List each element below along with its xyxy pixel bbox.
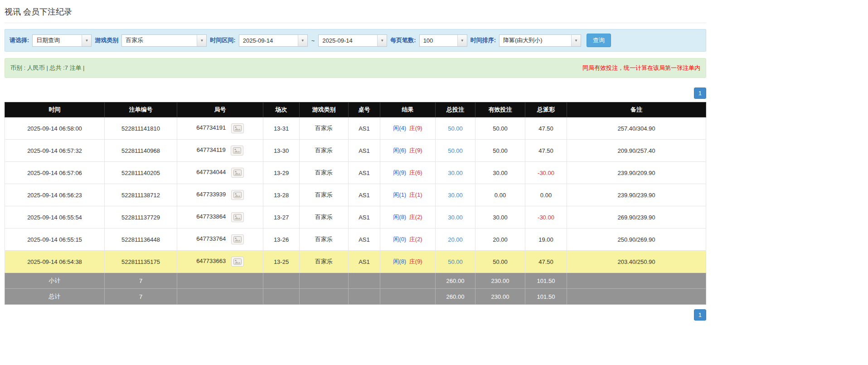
result-banker: 庄(9) bbox=[409, 147, 422, 154]
cell-total-bet[interactable]: 30.00 bbox=[436, 184, 475, 206]
total-valid-bet: 230.00 bbox=[475, 289, 525, 305]
total-remark bbox=[567, 289, 706, 305]
cell-game-type: 百家乐 bbox=[300, 229, 349, 251]
chevron-down-icon[interactable]: ▼ bbox=[197, 35, 206, 46]
sort-order-dropdown[interactable]: 降冪(由大到小) ▼ bbox=[499, 34, 581, 47]
chevron-down-icon[interactable]: ▼ bbox=[377, 35, 387, 46]
round-number: 647733663 bbox=[196, 258, 226, 264]
date-from-dropdown[interactable]: 2025-09-14 ▼ bbox=[239, 34, 308, 47]
page-title: 视讯 会员下注纪录 bbox=[5, 7, 72, 16]
round-replay-icon[interactable] bbox=[231, 212, 244, 222]
total-total-bet: 260.00 bbox=[436, 289, 475, 305]
cell-game-type: 百家乐 bbox=[300, 251, 349, 273]
pagination-bottom: 1 bbox=[5, 309, 706, 321]
round-replay-icon[interactable] bbox=[231, 168, 244, 178]
time-range-label: 时间区间: bbox=[210, 36, 235, 44]
cell-time: 2025-09-14 06:56:23 bbox=[5, 184, 105, 206]
cell-remark: 203.40/250.90 bbox=[567, 251, 706, 273]
page-button-1[interactable]: 1 bbox=[694, 309, 706, 321]
header-time: 时间 bbox=[5, 102, 105, 117]
cell-total-bet[interactable]: 30.00 bbox=[436, 162, 475, 184]
page-size-dropdown[interactable]: 100 ▼ bbox=[419, 34, 467, 47]
cell-result: 闲(9) 庄(6) bbox=[380, 162, 436, 184]
cell-session: 13-30 bbox=[263, 140, 300, 162]
cell-table-no: AS1 bbox=[349, 117, 380, 140]
cell-total-bet[interactable]: 50.00 bbox=[436, 140, 475, 162]
cell-total-bet[interactable]: 50.00 bbox=[436, 251, 475, 273]
cell-game-type: 百家乐 bbox=[300, 206, 349, 229]
game-type-dropdown[interactable]: 百家乐 ▼ bbox=[121, 34, 207, 47]
table-row: 2025-09-14 06:58:00 522811141810 6477341… bbox=[5, 117, 706, 140]
table-row: 2025-09-14 06:57:06 522811140205 6477340… bbox=[5, 162, 706, 184]
result-player: 闲(1) bbox=[393, 191, 406, 198]
cell-table-no: AS1 bbox=[349, 184, 380, 206]
cell-remark: 239.90/209.90 bbox=[567, 162, 706, 184]
page-header: 视讯 会员下注纪录 bbox=[5, 0, 706, 23]
cell-bet-id: 522811135175 bbox=[105, 251, 177, 273]
total-payout: 101.50 bbox=[525, 289, 567, 305]
page-button-1[interactable]: 1 bbox=[694, 88, 706, 99]
pagination-top: 1 bbox=[5, 88, 706, 99]
sort-order-label: 时间排序: bbox=[470, 36, 496, 44]
cell-round: 647733764 bbox=[177, 229, 263, 251]
query-button[interactable]: 查询 bbox=[587, 34, 611, 47]
cell-game-type: 百家乐 bbox=[300, 184, 349, 206]
result-banker: 庄(1) bbox=[409, 191, 422, 198]
chevron-down-icon[interactable]: ▼ bbox=[457, 35, 467, 46]
currency-total-info: 币别 : 人民币 | 总共 :7 注单 | bbox=[10, 64, 85, 72]
cell-time: 2025-09-14 06:58:00 bbox=[5, 117, 105, 140]
result-banker: 庄(2) bbox=[409, 214, 422, 220]
cell-table-no: AS1 bbox=[349, 251, 380, 273]
betting-records-table: 时间 注单编号 局号 场次 游戏类别 桌号 结果 总投注 有效投注 总派彩 备注… bbox=[5, 102, 706, 305]
cell-bet-id: 522811140205 bbox=[105, 162, 177, 184]
cell-time: 2025-09-14 06:54:38 bbox=[5, 251, 105, 273]
date-to-dropdown[interactable]: 2025-09-14 ▼ bbox=[318, 34, 387, 47]
round-replay-icon[interactable] bbox=[231, 234, 244, 244]
cell-result: 闲(1) 庄(1) bbox=[380, 184, 436, 206]
chevron-down-icon[interactable]: ▼ bbox=[82, 35, 91, 46]
chevron-down-icon[interactable]: ▼ bbox=[298, 35, 307, 46]
total-empty-cell bbox=[300, 289, 349, 305]
header-table-no: 桌号 bbox=[349, 102, 380, 117]
cell-table-no: AS1 bbox=[349, 229, 380, 251]
round-replay-icon[interactable] bbox=[231, 257, 244, 267]
table-body: 2025-09-14 06:58:00 522811141810 6477341… bbox=[5, 117, 706, 273]
chevron-down-icon[interactable]: ▼ bbox=[571, 35, 581, 46]
table-row: 2025-09-14 06:56:23 522811138712 6477339… bbox=[5, 184, 706, 206]
cell-valid-bet: 20.00 bbox=[475, 229, 525, 251]
cell-session: 13-29 bbox=[263, 162, 300, 184]
subtotal-row: 小计 7 260.00 230.00 101.50 bbox=[5, 273, 706, 289]
cell-round: 647734119 bbox=[177, 140, 263, 162]
result-banker: 庄(2) bbox=[409, 236, 422, 243]
table-row: 2025-09-14 06:54:38 522811135175 6477336… bbox=[5, 251, 706, 273]
date-from-value: 2025-09-14 bbox=[239, 35, 298, 46]
cell-total-bet[interactable]: 20.00 bbox=[436, 229, 475, 251]
round-replay-icon[interactable] bbox=[231, 190, 244, 200]
table-row: 2025-09-14 06:57:32 522811140968 6477341… bbox=[5, 140, 706, 162]
cell-total-bet[interactable]: 50.00 bbox=[436, 117, 475, 140]
cell-session: 13-26 bbox=[263, 229, 300, 251]
result-player: 闲(6) bbox=[393, 147, 406, 154]
round-replay-icon[interactable] bbox=[231, 123, 244, 133]
header-payout: 总派彩 bbox=[525, 102, 567, 117]
select-type-value: 日期查询 bbox=[33, 35, 82, 46]
cell-total-bet[interactable]: 30.00 bbox=[436, 206, 475, 229]
cell-session: 13-27 bbox=[263, 206, 300, 229]
header-game-type: 游戏类别 bbox=[300, 102, 349, 117]
result-player: 闲(8) bbox=[393, 258, 406, 265]
cell-game-type: 百家乐 bbox=[300, 162, 349, 184]
result-player: 闲(9) bbox=[393, 169, 406, 176]
result-banker: 庄(6) bbox=[409, 169, 422, 176]
result-banker: 庄(9) bbox=[409, 258, 422, 265]
select-type-dropdown[interactable]: 日期查询 ▼ bbox=[32, 34, 92, 47]
subtotal-empty-cell bbox=[349, 273, 380, 289]
cell-table-no: AS1 bbox=[349, 206, 380, 229]
cell-round: 647734191 bbox=[177, 117, 263, 140]
total-empty-cell bbox=[177, 289, 263, 305]
header-result: 结果 bbox=[380, 102, 436, 117]
header-remark: 备注 bbox=[567, 102, 706, 117]
round-number: 647733764 bbox=[196, 235, 226, 242]
header-session: 场次 bbox=[263, 102, 300, 117]
round-replay-icon[interactable] bbox=[231, 146, 243, 156]
total-label: 总计 bbox=[5, 289, 105, 305]
